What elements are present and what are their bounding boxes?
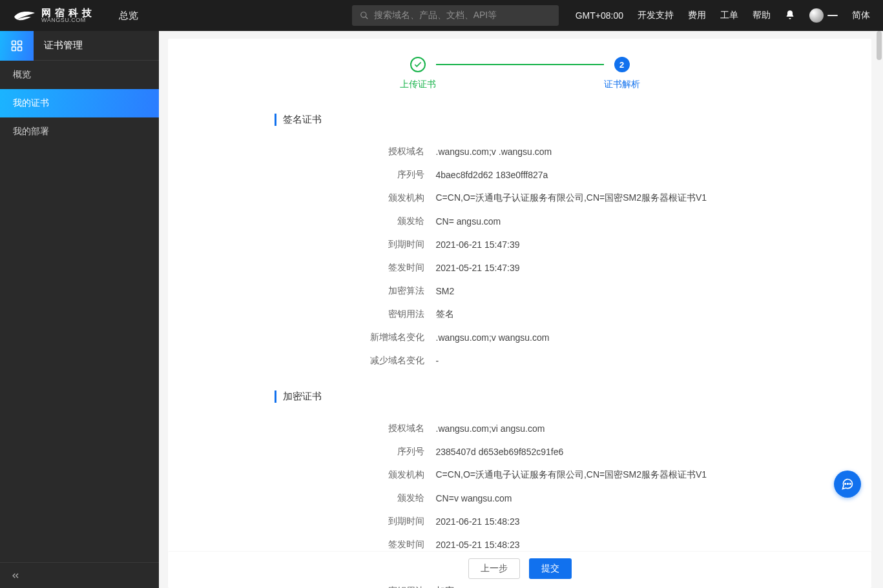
value-issuer: C=CN,O=沃通电子认证服务有限公司,CN=国密SM2服务器根证书V1 — [436, 469, 765, 481]
section-sign-cert: 签名证书 授权域名 .wangsu.com;v .wangsu.com 序列号4… — [275, 114, 765, 372]
back-button[interactable]: 上一步 — [468, 558, 520, 579]
value-key-usage: 加密 — [436, 585, 765, 588]
brand-domain: WANGSU.COM — [41, 17, 96, 23]
timezone[interactable]: GMT+08:00 — [576, 10, 623, 21]
svg-rect-4 — [12, 47, 16, 51]
value-auth-domain: .wangsu.com;v .wangsu.com — [436, 147, 765, 157]
sidebar-item-my-certs[interactable]: 我的证书 — [0, 89, 159, 117]
value-added-domains: .wangsu.com;v wangsu.com — [436, 332, 765, 343]
label-issued-to: 颁发给 — [275, 216, 436, 227]
label-signed: 签发时间 — [275, 539, 436, 551]
label-key-usage: 密钥用法 — [275, 309, 436, 320]
label-expire: 到期时间 — [275, 239, 436, 250]
svg-point-8 — [849, 483, 851, 485]
value-signed: 2021-05-21 15:48:23 — [436, 540, 765, 550]
nav-overview[interactable]: 总览 — [119, 10, 138, 22]
bell-icon[interactable] — [785, 10, 795, 22]
sidebar-item-label: 概览 — [13, 69, 31, 81]
value-serial: 4baec8fd2d62 183e0fff827a — [436, 170, 765, 180]
value-issued-to: CN= angsu.com — [436, 216, 765, 227]
top-header: 网宿科技 WANGSU.COM 总览 搜索域名、产品、文档、API等 GMT+0… — [0, 0, 883, 31]
content-panel: 上传证书 2 证书解析 签名证书 授权域名 .wangsu.com;v .wan… — [168, 39, 871, 588]
label-auth-domain: 授权域名 — [275, 146, 436, 157]
value-expire: 2021-06-21 15:47:39 — [436, 239, 765, 250]
header-right: GMT+08:00 开发支持 费用 工单 帮助 简体 — [576, 8, 870, 23]
nav-dev-support[interactable]: 开发支持 — [638, 10, 674, 21]
sidebar-item-overview[interactable]: 概览 — [0, 61, 159, 89]
step-connector — [436, 64, 604, 65]
chevron-double-left-icon — [10, 571, 21, 581]
value-issuer: C=CN,O=沃通电子认证服务有限公司,CN=国密SM2服务器根证书V1 — [436, 192, 765, 204]
scroll-thumb[interactable] — [877, 31, 882, 60]
sidebar-collapse-button[interactable] — [0, 562, 159, 588]
page-scrollbar[interactable] — [871, 31, 883, 588]
brand-logo[interactable]: 网宿科技 WANGSU.COM — [13, 8, 96, 23]
search-placeholder: 搜索域名、产品、文档、API等 — [374, 10, 497, 21]
label-removed-domains: 减少域名变化 — [275, 355, 436, 367]
search-icon — [360, 11, 369, 20]
chat-fab[interactable] — [834, 471, 861, 498]
value-algo: SM2 — [436, 286, 765, 296]
user-menu[interactable] — [809, 8, 838, 23]
svg-point-7 — [847, 483, 849, 485]
sidebar: 证书管理 概览 我的证书 我的部署 — [0, 31, 159, 588]
step-upload-label: 上传证书 — [400, 79, 436, 90]
value-signed: 2021-05-21 15:47:39 — [436, 263, 765, 273]
nav-help[interactable]: 帮助 — [753, 10, 771, 21]
label-issuer: 颁发机构 — [275, 192, 436, 204]
step-number-badge: 2 — [614, 57, 630, 72]
apps-launcher-icon[interactable] — [0, 31, 34, 61]
svg-rect-2 — [12, 41, 16, 45]
svg-point-0 — [360, 12, 366, 17]
wizard-steps: 上传证书 2 证书解析 — [168, 57, 871, 90]
check-icon — [410, 57, 426, 72]
step-parse-label: 证书解析 — [604, 79, 640, 90]
chat-icon — [841, 478, 854, 491]
nav-fee[interactable]: 费用 — [688, 10, 706, 21]
svg-point-6 — [845, 483, 846, 485]
label-auth-domain: 授权域名 — [275, 423, 436, 434]
footer-actions: 上一步 提交 — [168, 552, 871, 585]
label-added-domains: 新增域名变化 — [275, 332, 436, 343]
lang-switch[interactable]: 简体 — [852, 10, 870, 21]
label-serial: 序列号 — [275, 169, 436, 181]
user-name-label — [827, 15, 838, 16]
value-key-usage: 签名 — [436, 309, 765, 320]
main-area: 上传证书 2 证书解析 签名证书 授权域名 .wangsu.com;v .wan… — [159, 31, 871, 588]
avatar-icon — [809, 8, 824, 23]
value-serial: 2385407d d653eb69f852c91fe6 — [436, 447, 765, 457]
label-key-usage: 密钥用法 — [275, 585, 436, 588]
sidebar-item-label: 我的证书 — [13, 97, 49, 109]
svg-rect-3 — [18, 41, 22, 45]
step-upload: 上传证书 — [400, 57, 436, 90]
value-issued-to: CN=v wangsu.com — [436, 493, 765, 503]
label-serial: 序列号 — [275, 446, 436, 458]
svg-rect-5 — [18, 47, 22, 51]
label-issued-to: 颁发给 — [275, 492, 436, 504]
sidebar-item-label: 我的部署 — [13, 126, 49, 137]
label-expire: 到期时间 — [275, 516, 436, 527]
value-auth-domain: .wangsu.com;vi angsu.com — [436, 423, 765, 434]
label-signed: 签发时间 — [275, 262, 436, 274]
step-parse: 2 证书解析 — [604, 57, 640, 90]
swoosh-icon — [13, 8, 36, 23]
svg-line-1 — [365, 17, 368, 19]
section-heading-enc: 加密证书 — [275, 390, 765, 403]
nav-ticket[interactable]: 工单 — [720, 10, 738, 21]
submit-button[interactable]: 提交 — [529, 558, 572, 579]
value-expire: 2021-06-21 15:48:23 — [436, 516, 765, 527]
value-removed-domains: - — [436, 356, 765, 366]
section-heading-sign: 签名证书 — [275, 114, 765, 126]
global-search[interactable]: 搜索域名、产品、文档、API等 — [352, 5, 559, 26]
label-algo: 加密算法 — [275, 285, 436, 297]
label-issuer: 颁发机构 — [275, 469, 436, 481]
sidebar-item-my-deploys[interactable]: 我的部署 — [0, 117, 159, 146]
brand-name: 网宿科技 — [41, 8, 96, 17]
